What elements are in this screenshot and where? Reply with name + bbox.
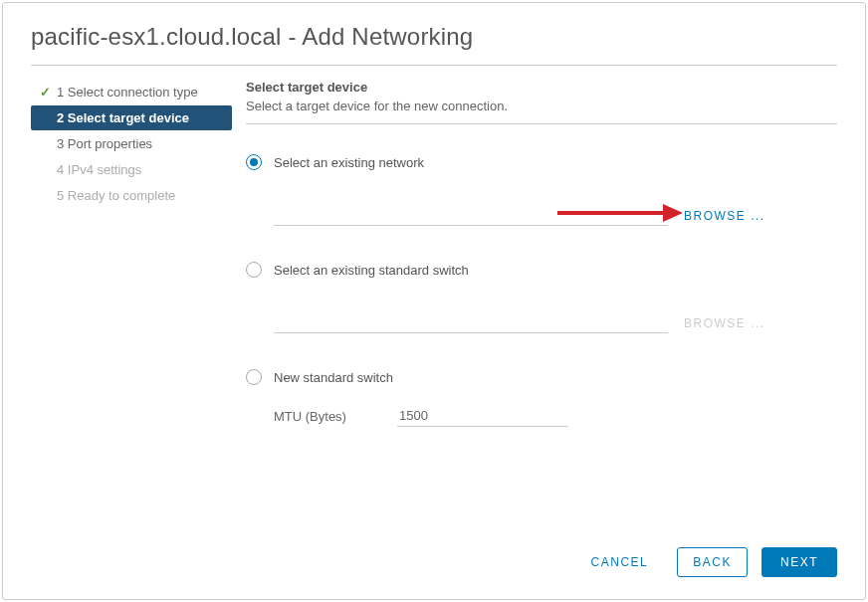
mtu-row: MTU (Bytes) (246, 405, 837, 427)
radio-icon[interactable] (246, 369, 262, 385)
cancel-button[interactable]: CANCEL (576, 548, 664, 576)
network-input-row: BROWSE ... (246, 206, 837, 226)
mtu-input[interactable] (397, 405, 568, 427)
browse-switch-link: BROWSE ... (684, 316, 765, 330)
step-label: Select target device (68, 110, 189, 125)
section-subtitle: Select a target device for the new conne… (246, 99, 837, 113)
section-divider (246, 123, 837, 124)
radio-icon[interactable] (246, 154, 262, 170)
step-label: Port properties (68, 136, 152, 151)
wizard-step-ipv4: 4 IPv4 settings (31, 157, 232, 182)
dialog-body: ✓ 1 Select connection type 2 Select targ… (3, 66, 865, 531)
wizard-step-target-device[interactable]: 2 Select target device (31, 105, 232, 130)
radio-label[interactable]: New standard switch (274, 370, 393, 385)
wizard-step-connection-type[interactable]: ✓ 1 Select connection type (31, 80, 232, 104)
add-networking-dialog: pacific-esx1.cloud.local - Add Networkin… (2, 2, 866, 600)
main-content: Select target device Select a target dev… (240, 80, 837, 531)
browse-network-link[interactable]: BROWSE ... (684, 209, 765, 223)
radio-label[interactable]: Select an existing network (274, 155, 424, 170)
option-new-switch: New standard switch MTU (Bytes) (246, 369, 837, 427)
radio-new-switch[interactable]: New standard switch (246, 369, 837, 385)
step-label: Ready to complete (68, 188, 175, 203)
dialog-header: pacific-esx1.cloud.local - Add Networkin… (3, 3, 865, 65)
step-number: 4 (57, 162, 64, 177)
step-number: 1 (57, 85, 64, 100)
wizard-step-ready: 5 Ready to complete (31, 183, 232, 208)
step-label: Select connection type (68, 85, 198, 100)
mtu-label: MTU (Bytes) (274, 409, 397, 424)
back-button[interactable]: BACK (677, 547, 748, 577)
option-existing-switch: Select an existing standard switch BROWS… (246, 262, 837, 333)
step-number: 5 (57, 188, 64, 203)
step-number: 2 (57, 110, 64, 125)
option-existing-network: Select an existing network BROWSE ... (246, 154, 837, 226)
radio-existing-switch[interactable]: Select an existing standard switch (246, 262, 837, 278)
radio-existing-network[interactable]: Select an existing network (246, 154, 837, 170)
network-input[interactable] (274, 206, 668, 226)
radio-icon[interactable] (246, 262, 262, 278)
wizard-steps: ✓ 1 Select connection type 2 Select targ… (31, 80, 240, 531)
checkmark-icon: ✓ (37, 85, 53, 100)
step-label: IPv4 settings (68, 162, 141, 177)
dialog-title: pacific-esx1.cloud.local - Add Networkin… (31, 23, 837, 51)
section-title: Select target device (246, 80, 837, 95)
dialog-footer: CANCEL BACK NEXT (3, 531, 865, 599)
switch-input (274, 313, 668, 333)
wizard-step-port-properties: 3 Port properties (31, 131, 232, 156)
next-button[interactable]: NEXT (761, 547, 837, 577)
radio-label[interactable]: Select an existing standard switch (274, 263, 469, 278)
switch-input-row: BROWSE ... (246, 313, 837, 333)
step-number: 3 (57, 136, 64, 151)
